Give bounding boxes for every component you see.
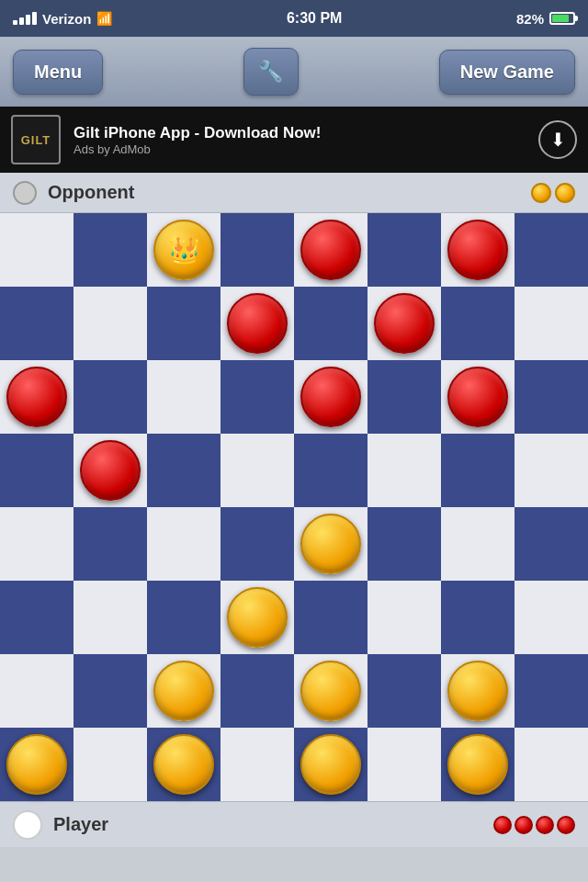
cell-6-7 — [514, 654, 588, 728]
piece-red-2-0[interactable] — [6, 367, 67, 427]
cell-4-1 — [74, 507, 147, 581]
cell-6-1 — [74, 654, 147, 728]
cell-5-7 — [514, 581, 588, 654]
player-piece-1 — [493, 816, 512, 834]
ad-banner[interactable]: GILT Gilt iPhone App - Download Now! Ads… — [0, 107, 588, 173]
cell-5-4 — [294, 581, 368, 654]
cell-3-1 — [74, 434, 147, 507]
battery-fill — [552, 15, 569, 22]
player-captured-pieces — [493, 816, 575, 834]
player-score-bar: Player — [0, 801, 588, 847]
cell-3-7 — [514, 434, 588, 507]
player-label: Player — [53, 814, 482, 835]
cell-4-4 — [294, 507, 368, 581]
piece-orange-7-4[interactable] — [300, 734, 361, 795]
piece-red-0-4[interactable] — [300, 220, 361, 280]
piece-red-1-3[interactable] — [227, 293, 288, 354]
cell-7-2 — [147, 728, 220, 801]
cell-5-5 — [368, 581, 441, 654]
piece-orange-6-6[interactable] — [447, 661, 508, 721]
ad-download-button[interactable]: ⬇ — [538, 120, 577, 159]
piece-red-2-6[interactable] — [447, 367, 508, 427]
cell-6-2 — [147, 654, 220, 728]
opponent-label: Opponent — [48, 182, 520, 203]
cell-3-4 — [294, 434, 368, 507]
cell-5-0 — [0, 581, 74, 654]
cell-4-7 — [514, 507, 588, 581]
carrier-label: Verizon — [42, 11, 91, 27]
new-game-button[interactable]: New Game — [439, 50, 575, 95]
crown-icon: 👑 — [168, 235, 200, 266]
opponent-score-circle — [13, 181, 37, 205]
player-piece-4 — [557, 816, 575, 834]
piece-red-2-4[interactable] — [300, 367, 361, 427]
cell-2-7 — [514, 360, 588, 434]
cell-1-6 — [441, 287, 514, 360]
cell-5-6 — [441, 581, 514, 654]
piece-orange-7-0[interactable] — [6, 734, 67, 795]
cell-1-0 — [0, 287, 74, 360]
checkerboard: 👑 — [0, 213, 588, 801]
cell-0-5 — [368, 213, 441, 287]
cell-5-1 — [74, 581, 147, 654]
piece-orange-6-2[interactable] — [153, 661, 214, 721]
wifi-icon: 📶 — [96, 11, 112, 26]
piece-orange-4-4[interactable] — [300, 514, 361, 574]
cell-1-7 — [514, 287, 588, 360]
wrench-icon: 🔧 — [258, 60, 283, 84]
cell-7-7 — [514, 728, 588, 801]
ad-subtitle: Ads by AdMob — [74, 142, 526, 156]
tools-button[interactable]: 🔧 — [243, 48, 299, 96]
toolbar: Menu 🔧 New Game — [0, 37, 588, 107]
piece-red-3-1[interactable] — [80, 440, 141, 501]
player-score-circle — [13, 810, 42, 840]
cell-1-3 — [220, 287, 294, 360]
menu-button[interactable]: Menu — [13, 50, 103, 95]
cell-0-7 — [514, 213, 588, 287]
cell-0-2: 👑 — [147, 213, 220, 287]
player-piece-2 — [514, 816, 533, 834]
cell-4-0 — [0, 507, 74, 581]
player-piece-3 — [536, 816, 554, 834]
cell-7-4 — [294, 728, 368, 801]
piece-orange-7-6[interactable] — [447, 734, 508, 795]
cell-2-4 — [294, 360, 368, 434]
status-time: 6:30 PM — [287, 10, 342, 27]
cell-4-5 — [368, 507, 441, 581]
cell-6-4 — [294, 654, 368, 728]
status-bar: Verizon 📶 6:30 PM 82% — [0, 0, 588, 37]
ad-logo: GILT — [11, 115, 61, 164]
cell-2-5 — [368, 360, 441, 434]
cell-3-0 — [0, 434, 74, 507]
cell-1-5 — [368, 287, 441, 360]
cell-2-1 — [74, 360, 147, 434]
cell-6-5 — [368, 654, 441, 728]
cell-6-0 — [0, 654, 74, 728]
cell-7-5 — [368, 728, 441, 801]
cell-2-3 — [220, 360, 294, 434]
cell-2-0 — [0, 360, 74, 434]
cell-3-6 — [441, 434, 514, 507]
cell-1-1 — [74, 287, 147, 360]
piece-orange-5-3[interactable] — [227, 587, 288, 648]
piece-red-0-6[interactable] — [447, 220, 508, 280]
battery-icon — [549, 12, 575, 25]
piece-orange-6-4[interactable] — [300, 661, 361, 721]
cell-7-6 — [441, 728, 514, 801]
status-left: Verizon 📶 — [13, 11, 112, 27]
cell-3-2 — [147, 434, 220, 507]
piece-orange-7-2[interactable] — [153, 734, 214, 795]
piece-king-orange-0-2[interactable]: 👑 — [153, 220, 214, 280]
cell-0-0 — [0, 213, 74, 287]
cell-0-3 — [220, 213, 294, 287]
cell-7-3 — [220, 728, 294, 801]
piece-red-1-5[interactable] — [374, 293, 435, 354]
opponent-captured-pieces — [531, 183, 575, 203]
cell-7-0 — [0, 728, 74, 801]
cell-2-6 — [441, 360, 514, 434]
board-container: 👑 — [0, 213, 588, 801]
cell-0-1 — [74, 213, 147, 287]
cell-0-6 — [441, 213, 514, 287]
cell-6-3 — [220, 654, 294, 728]
cell-2-2 — [147, 360, 220, 434]
